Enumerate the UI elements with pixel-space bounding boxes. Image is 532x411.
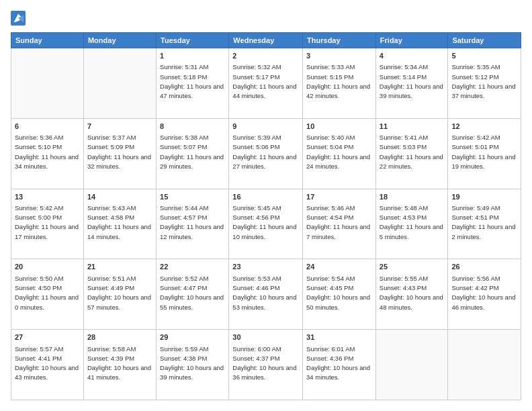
- calendar-header-monday: Monday: [83, 33, 156, 48]
- calendar-cell: 12Sunrise: 5:42 AMSunset: 5:01 PMDayligh…: [448, 118, 521, 189]
- day-info: Sunrise: 5:57 AMSunset: 4:41 PMDaylight:…: [15, 345, 80, 383]
- day-info: Sunrise: 5:44 AMSunset: 4:57 PMDaylight:…: [160, 203, 225, 242]
- day-number: 13: [15, 192, 80, 202]
- week-row-4: 20Sunrise: 5:50 AMSunset: 4:50 PMDayligh…: [11, 259, 521, 330]
- week-row-3: 13Sunrise: 5:42 AMSunset: 5:00 PMDayligh…: [11, 189, 521, 259]
- calendar-cell: 8Sunrise: 5:38 AMSunset: 5:07 PMDaylight…: [157, 118, 229, 189]
- calendar-cell: 20Sunrise: 5:50 AMSunset: 4:50 PMDayligh…: [11, 259, 84, 330]
- calendar-cell: 26Sunrise: 5:56 AMSunset: 4:42 PMDayligh…: [448, 259, 521, 330]
- day-number: 31: [306, 332, 372, 342]
- calendar-cell: 7Sunrise: 5:37 AMSunset: 5:09 PMDaylight…: [83, 118, 156, 189]
- calendar-cell: 22Sunrise: 5:52 AMSunset: 4:47 PMDayligh…: [157, 259, 229, 330]
- day-number: 24: [306, 262, 372, 272]
- day-info: Sunrise: 5:40 AMSunset: 5:04 PMDaylight:…: [306, 133, 372, 171]
- day-info: Sunrise: 5:51 AMSunset: 4:49 PMDaylight:…: [87, 274, 152, 312]
- day-number: 30: [232, 332, 299, 342]
- calendar-cell: 11Sunrise: 5:41 AMSunset: 5:03 PMDayligh…: [375, 118, 448, 189]
- day-info: Sunrise: 5:45 AMSunset: 4:56 PMDaylight:…: [232, 203, 299, 242]
- day-number: 27: [15, 332, 80, 342]
- day-info: Sunrise: 5:33 AMSunset: 5:15 PMDaylight:…: [306, 62, 372, 101]
- calendar-cell: 30Sunrise: 6:00 AMSunset: 4:37 PMDayligh…: [229, 330, 303, 400]
- calendar-cell: 17Sunrise: 5:46 AMSunset: 4:54 PMDayligh…: [303, 189, 376, 259]
- header: [11, 11, 521, 26]
- calendar-table: SundayMondayTuesdayWednesdayThursdayFrid…: [11, 32, 521, 400]
- calendar-cell: 14Sunrise: 5:43 AMSunset: 4:58 PMDayligh…: [83, 189, 156, 259]
- calendar-header-friday: Friday: [375, 33, 448, 48]
- calendar-cell: [375, 330, 448, 400]
- calendar-cell: 4Sunrise: 5:34 AMSunset: 5:14 PMDaylight…: [375, 48, 448, 119]
- calendar-cell: [11, 48, 84, 119]
- day-number: 6: [15, 122, 80, 132]
- day-number: 7: [87, 122, 152, 132]
- day-number: 15: [160, 192, 225, 202]
- logo: [11, 11, 28, 26]
- day-number: 16: [232, 192, 299, 202]
- day-number: 29: [160, 332, 225, 342]
- calendar-cell: 19Sunrise: 5:49 AMSunset: 4:51 PMDayligh…: [448, 189, 521, 259]
- calendar-cell: 2Sunrise: 5:32 AMSunset: 5:17 PMDaylight…: [229, 48, 303, 119]
- logo-icon: [11, 11, 26, 26]
- calendar-cell: 27Sunrise: 5:57 AMSunset: 4:41 PMDayligh…: [11, 330, 84, 400]
- day-info: Sunrise: 5:36 AMSunset: 5:10 PMDaylight:…: [15, 133, 80, 171]
- calendar-header-tuesday: Tuesday: [157, 33, 229, 48]
- day-number: 8: [160, 122, 225, 132]
- day-info: Sunrise: 5:50 AMSunset: 4:50 PMDaylight:…: [15, 274, 80, 312]
- day-info: Sunrise: 5:49 AMSunset: 4:51 PMDaylight:…: [451, 203, 517, 242]
- calendar-cell: 18Sunrise: 5:48 AMSunset: 4:53 PMDayligh…: [375, 189, 448, 259]
- day-number: 10: [306, 122, 372, 132]
- calendar-header-saturday: Saturday: [448, 33, 521, 48]
- calendar-cell: 29Sunrise: 5:59 AMSunset: 4:38 PMDayligh…: [157, 330, 229, 400]
- day-number: 18: [380, 192, 445, 202]
- calendar-cell: 25Sunrise: 5:55 AMSunset: 4:43 PMDayligh…: [375, 259, 448, 330]
- day-number: 5: [451, 51, 517, 61]
- day-info: Sunrise: 5:58 AMSunset: 4:39 PMDaylight:…: [87, 345, 152, 383]
- day-number: 2: [232, 51, 299, 61]
- day-info: Sunrise: 6:01 AMSunset: 4:36 PMDaylight:…: [306, 345, 372, 383]
- day-info: Sunrise: 5:37 AMSunset: 5:09 PMDaylight:…: [87, 133, 152, 171]
- calendar-cell: 13Sunrise: 5:42 AMSunset: 5:00 PMDayligh…: [11, 189, 84, 259]
- day-number: 21: [87, 262, 152, 272]
- day-number: 19: [451, 192, 517, 202]
- day-info: Sunrise: 5:43 AMSunset: 4:58 PMDaylight:…: [87, 203, 152, 242]
- calendar-cell: 21Sunrise: 5:51 AMSunset: 4:49 PMDayligh…: [83, 259, 156, 330]
- day-number: 26: [451, 262, 517, 272]
- calendar-cell: 15Sunrise: 5:44 AMSunset: 4:57 PMDayligh…: [157, 189, 229, 259]
- day-info: Sunrise: 5:41 AMSunset: 5:03 PMDaylight:…: [380, 133, 445, 171]
- calendar-cell: 5Sunrise: 5:35 AMSunset: 5:12 PMDaylight…: [448, 48, 521, 119]
- day-number: 9: [232, 122, 299, 132]
- day-number: 28: [87, 332, 152, 342]
- day-info: Sunrise: 5:32 AMSunset: 5:17 PMDaylight:…: [232, 62, 299, 101]
- calendar-cell: 1Sunrise: 5:31 AMSunset: 5:18 PMDaylight…: [157, 48, 229, 119]
- calendar-cell: 9Sunrise: 5:39 AMSunset: 5:06 PMDaylight…: [229, 118, 303, 189]
- week-row-5: 27Sunrise: 5:57 AMSunset: 4:41 PMDayligh…: [11, 330, 521, 400]
- calendar-cell: 16Sunrise: 5:45 AMSunset: 4:56 PMDayligh…: [229, 189, 303, 259]
- calendar-cell: 6Sunrise: 5:36 AMSunset: 5:10 PMDaylight…: [11, 118, 84, 189]
- calendar-cell: 10Sunrise: 5:40 AMSunset: 5:04 PMDayligh…: [303, 118, 376, 189]
- day-info: Sunrise: 5:59 AMSunset: 4:38 PMDaylight:…: [160, 345, 225, 383]
- day-info: Sunrise: 5:48 AMSunset: 4:53 PMDaylight:…: [380, 203, 445, 242]
- week-row-2: 6Sunrise: 5:36 AMSunset: 5:10 PMDaylight…: [11, 118, 521, 189]
- calendar-header-row: SundayMondayTuesdayWednesdayThursdayFrid…: [11, 33, 521, 48]
- day-info: Sunrise: 5:39 AMSunset: 5:06 PMDaylight:…: [232, 133, 299, 171]
- calendar-cell: 31Sunrise: 6:01 AMSunset: 4:36 PMDayligh…: [303, 330, 376, 400]
- day-info: Sunrise: 5:42 AMSunset: 5:00 PMDaylight:…: [15, 203, 80, 242]
- calendar-cell: 28Sunrise: 5:58 AMSunset: 4:39 PMDayligh…: [83, 330, 156, 400]
- week-row-1: 1Sunrise: 5:31 AMSunset: 5:18 PMDaylight…: [11, 48, 521, 119]
- day-info: Sunrise: 5:42 AMSunset: 5:01 PMDaylight:…: [451, 133, 517, 171]
- day-info: Sunrise: 5:52 AMSunset: 4:47 PMDaylight:…: [160, 274, 225, 312]
- day-number: 22: [160, 262, 225, 272]
- day-number: 23: [232, 262, 299, 272]
- day-number: 4: [380, 51, 445, 61]
- day-number: 17: [306, 192, 372, 202]
- calendar-header-sunday: Sunday: [11, 33, 84, 48]
- day-info: Sunrise: 5:38 AMSunset: 5:07 PMDaylight:…: [160, 133, 225, 171]
- day-info: Sunrise: 5:35 AMSunset: 5:12 PMDaylight:…: [451, 62, 517, 101]
- day-info: Sunrise: 5:55 AMSunset: 4:43 PMDaylight:…: [380, 274, 445, 312]
- calendar-cell: 3Sunrise: 5:33 AMSunset: 5:15 PMDaylight…: [303, 48, 376, 119]
- day-info: Sunrise: 5:34 AMSunset: 5:14 PMDaylight:…: [380, 62, 445, 101]
- calendar-header-thursday: Thursday: [303, 33, 376, 48]
- day-info: Sunrise: 5:56 AMSunset: 4:42 PMDaylight:…: [451, 274, 517, 312]
- day-number: 14: [87, 192, 152, 202]
- day-info: Sunrise: 5:53 AMSunset: 4:46 PMDaylight:…: [232, 274, 299, 312]
- day-info: Sunrise: 5:54 AMSunset: 4:45 PMDaylight:…: [306, 274, 372, 312]
